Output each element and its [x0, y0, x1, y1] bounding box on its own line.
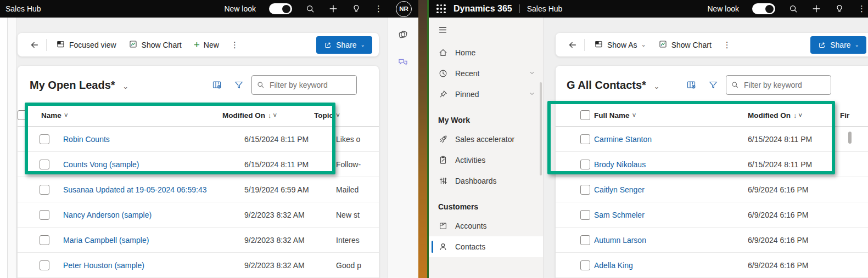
table-row[interactable]: Robin Counts 6/15/2024 8:11 PM Likes o — [18, 127, 379, 152]
row-checkbox[interactable] — [580, 210, 590, 220]
back-button[interactable] — [564, 37, 581, 53]
left-topbar: Sales Hub New look ⋮ NR — [0, 0, 418, 18]
clipboard-icon — [438, 155, 448, 165]
contact-name-link[interactable]: Sam Schmeler — [594, 211, 748, 219]
sidebar-item-sales-accelerator[interactable]: Sales accelerator — [429, 129, 543, 150]
row-checkbox[interactable] — [40, 134, 49, 144]
row-checkbox[interactable] — [580, 134, 590, 144]
grid-scrollbar-thumb[interactable] — [848, 132, 852, 144]
more-options-icon[interactable]: ⋮ — [374, 4, 383, 14]
table-row[interactable]: Susanaa Updated at 19-05-2024 06:59:43 5… — [18, 177, 379, 202]
search-icon[interactable] — [305, 4, 315, 14]
hamburger-menu-icon[interactable] — [429, 18, 543, 42]
table-row[interactable]: Caitlyn Senger 6/9/2024 6:16 PM — [556, 177, 868, 202]
filter-icon[interactable] — [229, 76, 248, 94]
column-header-topic[interactable]: Topic˅ — [314, 111, 379, 120]
sidebar-item-contacts[interactable]: Contacts — [429, 236, 543, 257]
add-icon[interactable] — [328, 4, 338, 14]
lead-name-link[interactable]: Maria Campbell (sample) — [63, 236, 244, 245]
lead-name-link[interactable]: Nancy Anderson (sample) — [63, 211, 244, 219]
show-chart-button[interactable]: Show Chart — [652, 36, 718, 54]
sidebar-item-dashboards[interactable]: Dashboards — [429, 171, 543, 191]
chevron-down-icon: ⌄ — [122, 82, 128, 90]
chevron-down-icon[interactable] — [529, 90, 535, 99]
lightbulb-icon[interactable] — [351, 4, 361, 14]
new-button[interactable]: + New — [188, 36, 225, 54]
column-header-full-name[interactable]: Full Name˅ — [594, 111, 748, 120]
search-icon[interactable] — [788, 4, 798, 14]
table-row[interactable]: Counts Vong (sample) 6/15/2024 8:11 PM F… — [18, 152, 379, 177]
new-look-toggle[interactable] — [752, 3, 775, 14]
column-header-first-name[interactable]: Fir — [840, 111, 868, 120]
view-selector[interactable]: G All Contacts* ⌄ — [567, 79, 659, 92]
table-row[interactable]: Brody Nikolaus 6/15/2024 8:11 PM — [556, 152, 868, 177]
table-row[interactable]: Carmine Stanton 6/15/2024 8:11 PM — [556, 127, 868, 152]
row-checkbox[interactable] — [580, 260, 590, 270]
topic-value: Mailed — [336, 185, 379, 194]
lead-name-link[interactable]: Susanaa Updated at 19-05-2024 06:59:43 — [63, 185, 244, 194]
edit-columns-icon[interactable] — [208, 76, 226, 94]
row-checkbox[interactable] — [580, 235, 590, 245]
avatar[interactable]: NR — [396, 1, 412, 17]
search-icon — [731, 81, 739, 89]
select-all-checkbox[interactable] — [18, 110, 27, 120]
show-chart-button[interactable]: Show Chart — [122, 36, 188, 54]
share-button[interactable]: Share ⌄ — [810, 36, 866, 54]
filter-icon[interactable] — [704, 76, 723, 94]
add-icon[interactable] — [811, 4, 821, 14]
row-checkbox[interactable] — [40, 235, 49, 245]
more-commands-icon[interactable]: ⋮ — [225, 40, 244, 50]
sidebar-scrollbar[interactable] — [540, 82, 542, 175]
share-button[interactable]: Share ⌄ — [316, 36, 372, 54]
row-checkbox[interactable] — [40, 210, 49, 220]
column-header-modified-on[interactable]: Modified On↓ ˅ — [222, 111, 314, 120]
lightbulb-icon[interactable] — [835, 4, 844, 14]
screenshot-stage: Sales Hub New look ⋮ NR — [0, 0, 868, 278]
row-checkbox[interactable] — [40, 260, 49, 270]
lead-name-link[interactable]: Robin Counts — [63, 135, 244, 144]
table-row[interactable]: Adella King 6/9/2024 6:16 PM — [556, 253, 868, 278]
more-commands-icon[interactable]: ⋮ — [718, 40, 737, 50]
table-row[interactable]: Peter Houston (sample) 9/2/2023 8:32 AM … — [18, 253, 379, 278]
table-row[interactable]: Nancy Anderson (sample) 9/2/2023 8:32 AM… — [18, 202, 379, 228]
view-selector[interactable]: My Open Leads* ⌄ — [30, 79, 128, 92]
sidebar-item-activities[interactable]: Activities — [429, 150, 543, 171]
sidebar-item-home[interactable]: Home — [429, 42, 543, 63]
filter-by-keyword-input[interactable] — [251, 75, 357, 95]
focused-view-button[interactable]: Focused view — [50, 36, 122, 54]
contact-name-link[interactable]: Adella King — [594, 261, 748, 270]
lead-name-link[interactable]: Peter Houston (sample) — [63, 261, 244, 270]
row-checkbox[interactable] — [580, 160, 590, 169]
lead-name-link[interactable]: Counts Vong (sample) — [63, 160, 244, 169]
row-checkbox[interactable] — [40, 185, 49, 195]
contact-name-link[interactable]: Caitlyn Senger — [594, 185, 748, 194]
right-table-body: Carmine Stanton 6/15/2024 8:11 PM Brody … — [556, 127, 868, 278]
sidebar-item-recent[interactable]: Recent — [429, 63, 543, 84]
show-as-button[interactable]: Show As ⌄ — [588, 36, 652, 54]
sidebar-item-accounts[interactable]: Accounts — [429, 215, 543, 236]
edit-columns-icon[interactable] — [682, 76, 701, 94]
contact-name-link[interactable]: Brody Nikolaus — [594, 160, 748, 169]
table-row[interactable]: Autumn Larson 6/9/2024 6:16 PM — [556, 228, 868, 253]
filter-by-keyword-input[interactable] — [726, 75, 831, 95]
row-checkbox[interactable] — [580, 185, 590, 195]
chevron-down-icon[interactable] — [529, 69, 535, 78]
back-button[interactable] — [26, 37, 43, 53]
new-look-toggle[interactable] — [269, 3, 292, 14]
contact-name-link[interactable]: Carmine Stanton — [594, 135, 748, 144]
copilot-icon[interactable] — [397, 29, 409, 41]
topic-value: Likes o — [336, 135, 379, 144]
contact-name-link[interactable]: Autumn Larson — [594, 236, 748, 245]
column-header-modified-on[interactable]: Modified On↓ ˅ — [748, 111, 840, 120]
column-header-name[interactable]: Name˅ — [41, 111, 222, 120]
select-all-checkbox[interactable] — [580, 110, 590, 120]
row-checkbox[interactable] — [40, 160, 49, 169]
feedback-chat-icon[interactable] — [397, 56, 409, 68]
waffle-icon[interactable] — [436, 4, 446, 14]
sidebar-item-pinned[interactable]: Pinned — [429, 84, 543, 105]
more-options-icon[interactable]: ⋮ — [858, 4, 866, 14]
table-row[interactable]: Sam Schmeler 6/9/2024 6:16 PM — [556, 202, 868, 228]
table-row[interactable]: Maria Campbell (sample) 9/2/2023 8:32 AM… — [18, 228, 379, 253]
show-chart-label: Show Chart — [142, 41, 182, 49]
modified-on-value: 6/15/2024 8:11 PM — [244, 160, 336, 169]
